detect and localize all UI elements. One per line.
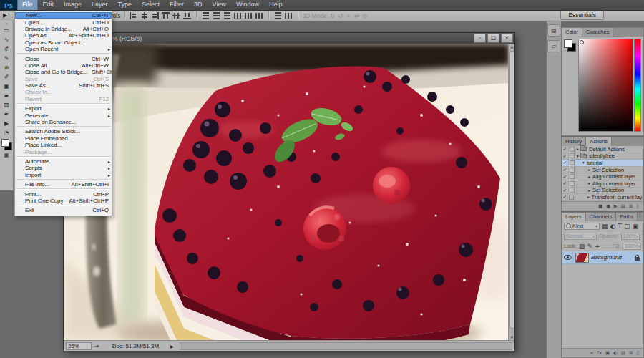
file-menu-item[interactable]: Export ▸ (15, 105, 112, 112)
Align current layer[interactable]: ✓ Align current layer (562, 173, 643, 180)
new-group-icon[interactable]: ▤ (621, 349, 625, 357)
vertical-scrollbar[interactable]: ▲ ▼ (508, 44, 514, 340)
file-menu-item[interactable]: Browse in Bridge... Alt+Ctrl+O ▸ (15, 26, 112, 32)
status-expand-icon[interactable]: → (94, 343, 99, 349)
file-menu-item[interactable]: Close and Go to Bridge... Shift+Ctrl+W ▸ (15, 69, 112, 75)
hue-slider[interactable] (634, 39, 641, 132)
action-check-icon[interactable]: ✓ (562, 153, 569, 159)
align-right-icon[interactable] (151, 12, 159, 19)
menu-edit[interactable]: Edit (38, 0, 59, 10)
menu-select[interactable]: Select (137, 0, 165, 10)
file-menu-item[interactable]: Exit Ctrl+Q ▸ (15, 207, 112, 213)
menu-filter[interactable]: Filter (165, 0, 189, 10)
3d-roll-icon[interactable]: ↺ (338, 12, 343, 19)
distribute-top-icon[interactable] (202, 12, 210, 19)
color-marker[interactable] (580, 40, 584, 44)
file-menu-item[interactable]: Scripts ▸ (15, 165, 112, 171)
align-center-horizontal-icon[interactable] (140, 12, 148, 19)
distribute-vcenter-icon[interactable] (213, 12, 220, 19)
align-top-icon[interactable] (162, 12, 170, 19)
opacity-field[interactable]: 100% ▾ (621, 233, 640, 240)
distribute-hcenter-icon[interactable] (245, 12, 253, 19)
3d-drag-icon[interactable]: + (346, 12, 351, 19)
file-menu-item[interactable]: Package... ▸ (15, 148, 112, 155)
file-menu-item[interactable]: Save Ctrl+S ▸ (15, 76, 112, 82)
filter-type-layers-icon[interactable]: T (618, 223, 622, 230)
action-dialog-toggle[interactable] (570, 160, 575, 165)
3d-slide-icon[interactable]: ⇄ (354, 12, 359, 19)
eyedropper-tool-icon[interactable]: ✎ (1, 54, 12, 63)
3d-scale-icon[interactable]: ◎ (362, 12, 367, 19)
tab-channels[interactable]: Channels (586, 213, 617, 221)
menu-view[interactable]: View (208, 0, 231, 10)
distribute-vspace-icon[interactable] (274, 12, 282, 19)
file-menu-item[interactable]: Open... Ctrl+O ▸ (15, 19, 112, 25)
scroll-up-icon[interactable]: ▲ (509, 44, 514, 49)
file-menu-item[interactable]: Open As... Alt+Shift+Ctrl+O ▸ (15, 32, 112, 39)
file-menu-item[interactable]: Automate ▸ (15, 158, 112, 165)
crop-tool-icon[interactable]: # (1, 44, 12, 54)
align-bottom-icon[interactable] (183, 12, 191, 19)
delete-layer-icon[interactable]: ▯ (636, 349, 639, 357)
filter-smart-objects-icon[interactable]: ▣ (632, 223, 638, 230)
action-dialog-toggle[interactable] (570, 153, 575, 158)
expand-arrow-icon[interactable] (575, 147, 580, 151)
action-dialog-toggle[interactable] (570, 147, 575, 152)
add-mask-icon[interactable]: ▣ (605, 349, 610, 357)
tab-swatches[interactable]: Swatches (582, 28, 614, 37)
file-menu-item[interactable]: New... Ctrl+N ▸ (15, 12, 112, 19)
file-menu-item[interactable]: Search Adobe Stock... ▸ (15, 128, 112, 135)
tab-layers[interactable]: Layers (562, 213, 586, 221)
zoom-level-field[interactable]: 25% (66, 342, 92, 350)
3d-rotate-icon[interactable]: ↻ (330, 12, 335, 19)
scroll-down-icon[interactable]: ▼ (509, 335, 514, 339)
action-dialog-toggle[interactable] (570, 168, 575, 173)
delete-icon[interactable]: ▯ (636, 203, 639, 211)
lasso-tool-icon[interactable]: ∿ (1, 35, 12, 44)
Transform current layer[interactable]: ✓ Transform current layer (562, 194, 643, 201)
tab-color[interactable]: Color (562, 28, 582, 37)
align-center-vertical-icon[interactable] (172, 12, 180, 19)
play-selection-icon[interactable]: ▶ (614, 203, 618, 211)
file-menu-item[interactable]: Close All Alt+Ctrl+W ▸ (15, 62, 112, 69)
tab-paths[interactable]: Paths (616, 213, 638, 221)
action-check-icon[interactable]: ✓ (562, 180, 569, 186)
distribute-left-icon[interactable] (234, 12, 242, 19)
file-menu-item[interactable]: File Info... Alt+Shift+Ctrl+I ▸ (15, 181, 112, 188)
maximize-button[interactable]: □ (487, 34, 499, 43)
menu-image[interactable]: Image (59, 0, 87, 10)
tab-history[interactable]: History (562, 137, 586, 146)
file-menu-item[interactable]: Open Recent ▸ (15, 46, 112, 52)
adjustment-layer-icon[interactable]: ◐ (613, 349, 618, 357)
file-menu-item[interactable]: Place Linked... ▸ (15, 142, 112, 148)
file-menu-item[interactable]: Close Ctrl+W ▸ (15, 55, 112, 62)
action-check-icon[interactable]: ✓ (562, 167, 569, 173)
action-dialog-toggle[interactable] (569, 195, 574, 200)
libraries-panel-icon[interactable]: ▤ (547, 24, 560, 37)
file-menu-item[interactable]: Place Embedded... ▸ (15, 135, 112, 142)
silentlyfree[interactable]: ✓ silentlyfree (562, 153, 643, 160)
expand-arrow-icon[interactable] (587, 168, 592, 172)
align-left-icon[interactable] (130, 12, 137, 19)
Set Selection[interactable]: ✓ Set Selection (562, 167, 643, 174)
menu-type[interactable]: Type (113, 0, 137, 10)
path-selection-tool-icon[interactable]: ▶ (1, 119, 12, 128)
lock-position-icon[interactable]: + (595, 243, 600, 250)
layer-style-fx-icon[interactable]: fx (597, 349, 602, 357)
vertical-scroll-thumb[interactable] (509, 51, 514, 329)
Default Actions[interactable]: ✓ Default Actions (562, 146, 643, 153)
expand-arrow-icon[interactable] (575, 154, 580, 158)
action-check-icon[interactable]: ✓ (562, 146, 569, 152)
action-check-icon[interactable]: ✓ (562, 160, 569, 165)
workspace-button[interactable]: Essentials (560, 11, 604, 20)
gradient-tool-icon[interactable]: ▨ (1, 100, 12, 110)
file-menu-item[interactable]: Save As... Shift+Ctrl+S ▸ (15, 82, 112, 89)
filter-adjustment-layers-icon[interactable]: ◐ (610, 223, 616, 230)
file-menu-item[interactable]: Check In... ▸ (15, 89, 112, 95)
expand-arrow-icon[interactable] (581, 160, 586, 165)
dodge-tool-icon[interactable]: ◔ (1, 128, 12, 137)
visibility-toggle[interactable] (564, 251, 573, 263)
expand-arrow-icon[interactable] (587, 175, 592, 179)
Align current layer[interactable]: ✓ Align current layer (562, 180, 643, 188)
lock-transparency-icon[interactable]: ▨ (579, 243, 585, 250)
